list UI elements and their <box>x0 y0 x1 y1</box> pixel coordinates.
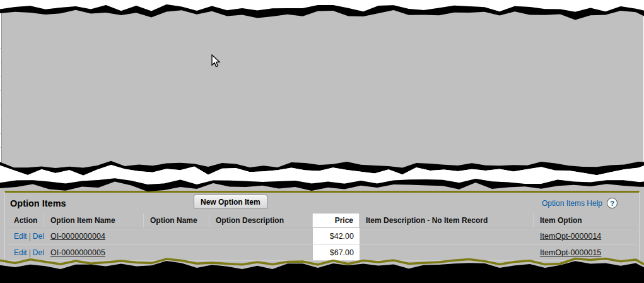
help-question-icon[interactable]: ? <box>607 198 618 208</box>
edit-row-link[interactable]: Edit <box>14 232 27 241</box>
item-option-link[interactable]: ItemOpt-0000015 <box>540 248 601 257</box>
delete-row-link[interactable]: Del <box>33 248 44 257</box>
table-row: Edit|Del OI-0000000005 $67.00 ItemOpt-00… <box>8 244 636 261</box>
option-item-name-link[interactable]: OI-0000000005 <box>50 248 105 257</box>
option-items-title: Option Items <box>10 198 66 208</box>
option-items-section-box: Option Items New Option Item Option Item… <box>4 191 640 270</box>
new-option-item-button[interactable]: New Option Item <box>194 195 267 209</box>
option-items-help-link[interactable]: Option Items Help <box>542 199 602 208</box>
column-header-option-description: Option Description <box>209 214 313 227</box>
column-header-item-description-no-item-record: Item Description - No Item Record <box>360 214 534 227</box>
option-items-table: Action Option Item Name Option Name Opti… <box>8 214 636 261</box>
price-cell-value: $67.00 <box>330 248 354 257</box>
delete-row-link[interactable]: Del <box>33 232 44 241</box>
column-header-item-option: Item Option <box>534 214 636 227</box>
screenshot-stage: Sales Order Line Item Detail Edit Clone … <box>0 0 644 283</box>
action-separator: | <box>29 248 31 257</box>
edit-row-link[interactable]: Edit <box>14 248 27 257</box>
column-header-option-item-name: Option Item Name <box>44 214 144 227</box>
column-header-option-name: Option Name <box>144 214 209 227</box>
table-row: Edit|Del OI-0000000004 $42.00 ItemOpt-00… <box>8 228 636 244</box>
table-header-row: Action Option Item Name Option Name Opti… <box>8 214 636 228</box>
action-separator: | <box>29 232 31 241</box>
sales-order-line-item-detail-panel <box>1 4 643 169</box>
option-items-panel: Option Items New Option Item Option Item… <box>0 178 644 270</box>
price-cell-value: $42.00 <box>330 232 354 241</box>
item-option-link[interactable]: ItemOpt-0000014 <box>540 232 601 241</box>
column-header-action: Action <box>8 214 44 227</box>
option-item-name-link[interactable]: OI-0000000004 <box>50 232 105 241</box>
column-header-price: Price <box>313 214 360 227</box>
